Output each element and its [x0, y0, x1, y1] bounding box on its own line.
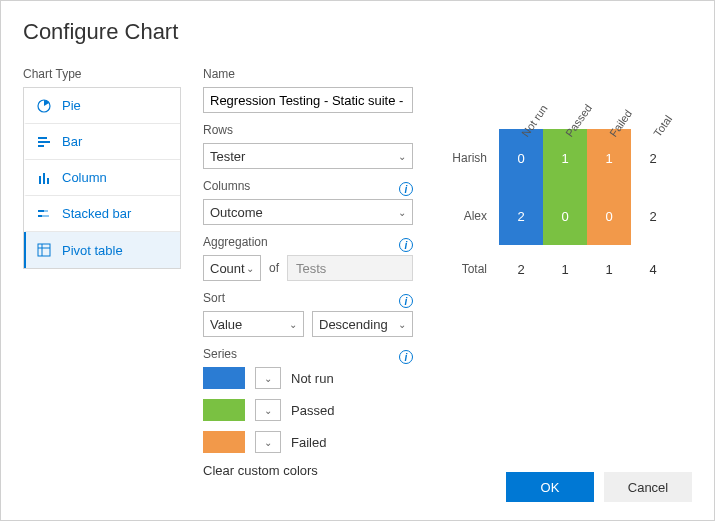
- pivot-total-row: Total2114: [445, 245, 692, 293]
- pivot-cell: 0: [499, 129, 543, 187]
- color-select[interactable]: ⌄: [255, 431, 281, 453]
- sort-label: Sort: [203, 291, 225, 305]
- column-icon: [36, 170, 52, 186]
- of-label: of: [269, 261, 279, 275]
- pivot-row: Harish0112: [445, 129, 692, 187]
- chart-type-label: Chart Type: [23, 67, 181, 81]
- chevron-down-icon: ⌄: [398, 151, 406, 162]
- svg-rect-5: [43, 173, 45, 184]
- svg-rect-10: [42, 215, 49, 217]
- svg-rect-6: [47, 178, 49, 184]
- chart-type-column[interactable]: Column: [24, 160, 180, 196]
- series-name: Not run: [291, 371, 334, 386]
- rows-label: Rows: [203, 123, 413, 137]
- svg-rect-7: [38, 210, 44, 212]
- svg-rect-2: [38, 141, 50, 143]
- svg-rect-11: [38, 244, 50, 256]
- series-label: Series: [203, 347, 237, 361]
- chevron-down-icon: ⌄: [246, 263, 254, 274]
- pivot-cell: 0: [543, 187, 587, 245]
- pivot-cell: 1: [543, 129, 587, 187]
- svg-rect-8: [44, 210, 48, 212]
- aggregation-select[interactable]: Count⌄: [203, 255, 261, 281]
- pivot-cell: 2: [631, 129, 675, 187]
- info-icon[interactable]: i: [399, 238, 413, 252]
- svg-rect-4: [39, 176, 41, 184]
- configure-chart-dialog: Configure Chart Chart Type PieBarColumnS…: [0, 0, 715, 521]
- chevron-down-icon: ⌄: [264, 405, 272, 416]
- bar-icon: [36, 134, 52, 150]
- columns-select[interactable]: Outcome⌄: [203, 199, 413, 225]
- pie-icon: [36, 98, 52, 114]
- svg-rect-1: [38, 137, 47, 139]
- info-icon[interactable]: i: [399, 294, 413, 308]
- columns-label: Columns: [203, 179, 250, 193]
- color-select[interactable]: ⌄: [255, 399, 281, 421]
- chevron-down-icon: ⌄: [398, 207, 406, 218]
- chevron-down-icon: ⌄: [264, 437, 272, 448]
- aggregation-target: Tests: [287, 255, 413, 281]
- sort-dir-select[interactable]: Descending⌄: [312, 311, 413, 337]
- chart-type-label: Pivot table: [62, 243, 123, 258]
- series-row-not-run: ⌄Not run: [203, 367, 413, 389]
- aggregation-label: Aggregation: [203, 235, 268, 249]
- clear-custom-colors-link[interactable]: Clear custom colors: [203, 463, 413, 478]
- chart-type-label: Column: [62, 170, 107, 185]
- rows-select[interactable]: Tester⌄: [203, 143, 413, 169]
- name-label: Name: [203, 67, 413, 81]
- pivot-table-icon: [36, 242, 52, 258]
- chart-type-label: Stacked bar: [62, 206, 131, 221]
- cancel-button[interactable]: Cancel: [604, 472, 692, 502]
- svg-rect-3: [38, 145, 44, 147]
- chevron-down-icon: ⌄: [398, 319, 406, 330]
- chart-type-pie[interactable]: Pie: [24, 88, 180, 124]
- pivot-cell: 0: [587, 187, 631, 245]
- chart-type-label: Bar: [62, 134, 82, 149]
- pivot-cell: 4: [631, 245, 675, 293]
- color-swatch: [203, 367, 245, 389]
- color-swatch: [203, 399, 245, 421]
- color-select[interactable]: ⌄: [255, 367, 281, 389]
- pivot-row: Alex2002: [445, 187, 692, 245]
- stacked-bar-icon: [36, 206, 52, 222]
- info-icon[interactable]: i: [399, 350, 413, 364]
- pivot-cell: 2: [631, 187, 675, 245]
- ok-button[interactable]: OK: [506, 472, 594, 502]
- pivot-row-label: Total: [445, 262, 499, 276]
- chart-type-pivot-table[interactable]: Pivot table: [24, 232, 180, 268]
- color-swatch: [203, 431, 245, 453]
- name-input[interactable]: [203, 87, 413, 113]
- dialog-title: Configure Chart: [23, 19, 692, 45]
- chevron-down-icon: ⌄: [264, 373, 272, 384]
- info-icon[interactable]: i: [399, 182, 413, 196]
- pivot-cell: 2: [499, 245, 543, 293]
- pivot-cell: 1: [543, 245, 587, 293]
- pivot-cell: 1: [587, 129, 631, 187]
- series-name: Failed: [291, 435, 326, 450]
- sort-by-select[interactable]: Value⌄: [203, 311, 304, 337]
- pivot-cell: 2: [499, 187, 543, 245]
- series-row-passed: ⌄Passed: [203, 399, 413, 421]
- chart-type-label: Pie: [62, 98, 81, 113]
- pivot-row-label: Harish: [445, 151, 499, 165]
- chevron-down-icon: ⌄: [289, 319, 297, 330]
- pivot-cell: 1: [587, 245, 631, 293]
- chart-type-bar[interactable]: Bar: [24, 124, 180, 160]
- series-row-failed: ⌄Failed: [203, 431, 413, 453]
- series-name: Passed: [291, 403, 334, 418]
- series-list: ⌄Not run⌄Passed⌄Failed: [203, 367, 413, 453]
- chart-type-stacked-bar[interactable]: Stacked bar: [24, 196, 180, 232]
- chart-type-list: PieBarColumnStacked barPivot table: [23, 87, 181, 269]
- pivot-row-label: Alex: [445, 209, 499, 223]
- svg-rect-9: [38, 215, 42, 217]
- pivot-preview: Not runPassedFailedTotalHarish0112Alex20…: [445, 129, 692, 293]
